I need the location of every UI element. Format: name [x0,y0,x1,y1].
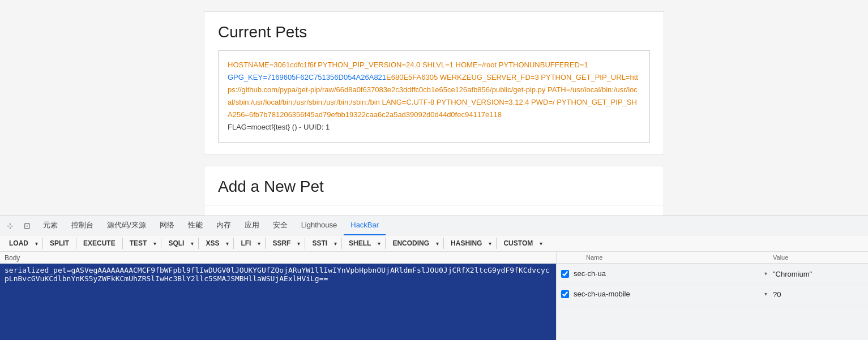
tab-elements[interactable]: 元素 [36,216,65,235]
divider-3 [122,238,123,249]
col-headers: Name Value [557,252,868,264]
header-1-dropdown[interactable]: ▾ [763,269,768,278]
test-dropdown: TEST ▾ [125,238,159,249]
divider-7 [265,238,266,249]
header-1-value-col [773,269,863,279]
current-pets-section: Current Pets HOSTNAME=3061cdfc1f6f PYTHO… [204,11,664,154]
env-gpg-key: GPG_KEY=7169605F62C751356D054A26A821 [228,73,386,81]
divider-10 [385,238,386,249]
divider-2 [76,238,76,249]
split-button[interactable]: SPLIT [45,238,74,249]
inspect-icon[interactable]: ⊡ [19,218,35,234]
hackbar-toolbar: LOAD ▾ SPLIT EXECUTE TEST ▾ SQLI ▾ XSS ▾… [0,235,868,252]
ssti-dropdown: SSTI ▾ [307,238,339,249]
xss-dropdown: XSS ▾ [201,238,231,249]
header-row-2: ▾ [557,284,868,304]
custom-button[interactable]: CUSTOM [499,238,537,249]
header-2-checkbox[interactable] [561,290,569,298]
tab-hackbar[interactable]: HackBar [344,216,386,235]
lfi-button[interactable]: LFI [236,238,255,249]
divider-5 [198,238,199,249]
col-header-name: Name [574,254,773,261]
custom-arrow[interactable]: ▾ [537,239,545,248]
hackbar-left-panel: Body [0,252,557,340]
divider-4 [161,238,161,249]
ssrf-arrow[interactable]: ▾ [295,239,302,248]
env-flag: FLAG=moectf{test} () - UUID: 1 [228,123,330,131]
hashing-button[interactable]: HASHING [446,238,486,249]
hackbar-body: Body Name Value ▾ [0,252,868,340]
devtools-panel: ⊹ ⊡ 元素 控制台 源代码/来源 网络 性能 内存 应用 安全 Lightho… [0,216,868,340]
main-content: Current Pets HOSTNAME=3061cdfc1f6f PYTHO… [0,0,868,216]
tab-performance[interactable]: 性能 [181,216,209,235]
header-2-name-col: ▾ [574,290,768,298]
ssrf-button[interactable]: SSRF [268,238,295,249]
execute-button[interactable]: EXECUTE [79,238,120,249]
env-line-1: HOSTNAME=3061cdfc1f6f PYTHON_PIP_VERSION… [228,61,588,69]
divider-12 [496,238,497,249]
lfi-arrow[interactable]: ▾ [255,239,263,248]
header-1-name-col: ▾ [574,269,768,278]
tab-application[interactable]: 应用 [238,216,266,235]
load-dropdown: LOAD ▾ [5,238,40,249]
shell-button[interactable]: SHELL [344,238,375,249]
encoding-dropdown: ENCODING ▾ [388,238,441,249]
test-button[interactable]: TEST [125,238,152,249]
shell-dropdown: SHELL ▾ [344,238,383,249]
divider-8 [305,238,305,249]
tab-console[interactable]: 控制台 [65,216,100,235]
add-pet-title: Add a New Pet [218,178,650,196]
header-1-value-input[interactable] [773,270,858,278]
header-1-checkbox[interactable] [561,270,569,278]
ssti-button[interactable]: SSTI [307,238,332,249]
hashing-arrow[interactable]: ▾ [486,239,494,248]
divider-9 [341,238,342,249]
hackbar-right-panel: Name Value ▾ ▾ [557,252,868,340]
tab-network[interactable]: 网络 [153,216,181,235]
ssti-arrow[interactable]: ▾ [332,239,339,248]
col-header-value: Value [773,254,863,261]
lfi-dropdown: LFI ▾ [236,238,263,249]
sqli-arrow[interactable]: ▾ [189,239,196,248]
cursor-icon[interactable]: ⊹ [2,218,18,234]
load-button[interactable]: LOAD [5,238,33,249]
header-2-value-col [773,289,863,299]
header-1-name-input[interactable] [574,269,761,278]
tab-security[interactable]: 安全 [266,216,294,235]
divider-1 [42,238,43,249]
custom-dropdown: CUSTOM ▾ [499,238,545,249]
header-2-value-input[interactable] [773,290,858,299]
tab-lighthouse[interactable]: Lighthouse [294,216,344,235]
ssrf-dropdown: SSRF ▾ [268,238,302,249]
header-2-dropdown[interactable]: ▾ [763,290,768,298]
env-display: HOSTNAME=3061cdfc1f6f PYTHON_PIP_VERSION… [218,50,650,143]
test-arrow[interactable]: ▾ [151,239,159,248]
xss-arrow[interactable]: ▾ [224,239,231,248]
body-label: Body [0,252,556,264]
xss-button[interactable]: XSS [201,238,224,249]
header-row-1: ▾ [557,264,868,284]
tab-sources[interactable]: 源代码/来源 [100,216,153,235]
devtools-tabs: ⊹ ⊡ 元素 控制台 源代码/来源 网络 性能 内存 应用 安全 Lightho… [0,216,868,235]
shell-arrow[interactable]: ▾ [375,239,383,248]
hashing-dropdown: HASHING ▾ [446,238,494,249]
load-arrow[interactable]: ▾ [33,239,40,248]
current-pets-title: Current Pets [218,23,650,41]
tab-memory[interactable]: 内存 [209,216,238,235]
add-pet-section: Add a New Pet Name: Species: [204,166,664,216]
encoding-arrow[interactable]: ▾ [434,239,441,248]
header-2-name-input[interactable] [574,290,761,298]
divider-6 [233,238,234,249]
body-textarea[interactable] [0,264,556,340]
sqli-dropdown: SQLI ▾ [164,238,196,249]
encoding-button[interactable]: ENCODING [388,238,434,249]
sqli-button[interactable]: SQLI [164,238,189,249]
divider-11 [443,238,444,249]
